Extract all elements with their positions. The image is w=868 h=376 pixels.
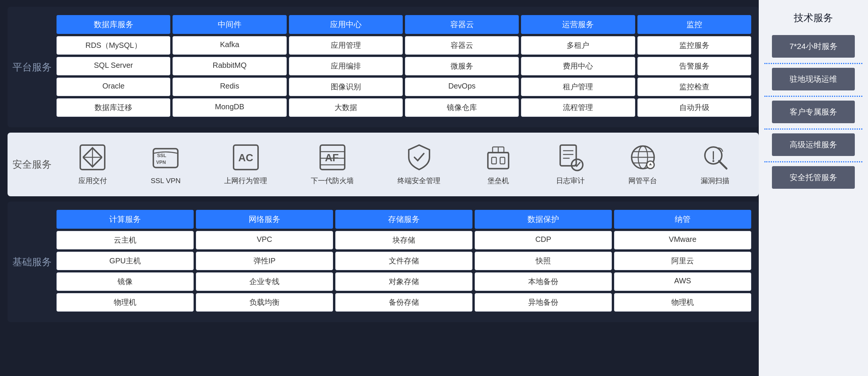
network-mgmt-icon (629, 143, 657, 171)
security-item-label-2: 上网行为管理 (224, 176, 267, 186)
security-item-3: AF 下一代防火墙 (311, 143, 354, 186)
base-cell-0-2: 块存储 (335, 231, 472, 249)
platform-cell-2-4: 租户管理 (521, 78, 635, 96)
base-cell-2-2: 对象存储 (335, 272, 472, 291)
base-cell-2-1: 企业专线 (196, 272, 333, 291)
base-cell-3-1: 负载均衡 (196, 293, 333, 312)
base-cell-2-4: AWS (614, 272, 751, 291)
base-section: 基础服务 计算服务 网络服务 存储服务 数据保护 纳管 云主机VPC块存储CDP… (8, 202, 759, 322)
svg-rect-15 (500, 157, 505, 164)
security-item-label-8: 漏洞扫描 (701, 176, 729, 186)
base-header-4: 纳管 (614, 210, 751, 229)
base-cell-3-0: 物理机 (57, 293, 194, 312)
vuln-scan-icon (701, 143, 729, 171)
platform-cell-3-0: 数据库迁移 (57, 98, 170, 117)
platform-cell-0-1: Kafka (173, 36, 286, 55)
platform-header-2: 应用中心 (289, 15, 403, 34)
base-header-2: 存储服务 (335, 210, 472, 229)
platform-cell-0-5: 监控服务 (637, 36, 751, 55)
base-cell-1-2: 文件存储 (335, 252, 472, 270)
base-label: 基础服务 (11, 255, 53, 269)
svg-text:AC: AC (238, 152, 253, 164)
platform-cell-1-4: 费用中心 (521, 57, 635, 75)
platform-cell-1-1: RabbitMQ (173, 57, 286, 75)
platform-cell-2-2: 图像识别 (289, 78, 403, 96)
base-cell-1-4: 阿里云 (614, 252, 751, 270)
security-item-label-7: 网管平台 (628, 176, 657, 186)
platform-header-4: 运营服务 (521, 15, 635, 34)
firewall-icon: AF (318, 143, 347, 171)
platform-cell-1-0: SQL Server (57, 57, 170, 75)
svg-text:VPN: VPN (156, 160, 166, 165)
base-cell-2-3: 本地备份 (475, 272, 612, 291)
svg-line-31 (719, 161, 726, 169)
platform-cell-3-2: 大数据 (289, 98, 403, 117)
svg-rect-14 (492, 157, 497, 164)
tech-service-item-4: 安全托管服务 (772, 166, 855, 189)
base-cell-3-2: 备份存储 (335, 293, 472, 312)
app-delivery-icon (78, 143, 107, 171)
ac-icon: AC (232, 143, 260, 171)
base-header-1: 网络服务 (196, 210, 333, 229)
platform-cell-3-3: 镜像仓库 (405, 98, 519, 117)
platform-cell-1-5: 告警服务 (637, 57, 751, 75)
platform-header-5: 监控 (637, 15, 751, 34)
security-item-8: 漏洞扫描 (701, 143, 729, 186)
platform-cell-0-0: RDS（MySQL） (57, 36, 170, 55)
platform-label: 平台服务 (11, 61, 53, 74)
tech-service-item-1: 驻地现场运维 (772, 68, 855, 90)
platform-cell-1-2: 应用编排 (289, 57, 403, 75)
platform-cell-0-2: 应用管理 (289, 36, 403, 55)
base-cell-2-0: 镜像 (57, 272, 194, 291)
svg-rect-19 (560, 145, 576, 166)
platform-cell-3-1: MongDB (173, 98, 286, 117)
security-item-label-6: 日志审计 (556, 176, 585, 186)
base-cell-1-3: 快照 (475, 252, 612, 270)
security-item-label-1: SSL VPN (151, 177, 181, 185)
base-header-0: 计算服务 (57, 210, 194, 229)
security-item-5: 堡垒机 (484, 143, 512, 186)
platform-cell-2-3: DevOps (405, 78, 519, 96)
platform-cell-2-5: 监控检查 (637, 78, 751, 96)
svg-text:SSL: SSL (157, 153, 167, 158)
tech-service-title: 技术服务 (794, 11, 833, 24)
base-cell-1-0: GPU主机 (57, 252, 194, 270)
platform-cell-3-5: 自动升级 (637, 98, 751, 117)
base-cell-1-1: 弹性IP (196, 252, 333, 270)
security-item-label-0: 应用交付 (78, 176, 107, 186)
svg-text:AF: AF (325, 152, 339, 164)
platform-cell-3-4: 流程管理 (521, 98, 635, 117)
tech-service-item-3: 高级运维服务 (772, 133, 855, 156)
platform-cell-2-1: Redis (173, 78, 286, 96)
base-cell-0-4: VMware (614, 231, 751, 249)
right-sidebar: 技术服务 7*24小时服务 驻地现场运维 客户专属服务 高级运维服务 安全托管服… (759, 0, 868, 376)
base-cell-0-1: VPC (196, 231, 333, 249)
security-item-0: 应用交付 (78, 143, 107, 186)
endpoint-icon (405, 143, 433, 171)
base-cell-3-4: 物理机 (614, 293, 751, 312)
platform-header-0: 数据库服务 (57, 15, 170, 34)
platform-cell-0-4: 多租户 (521, 36, 635, 55)
platform-cell-0-3: 容器云 (405, 36, 519, 55)
base-cell-0-3: CDP (475, 231, 612, 249)
security-item-label-4: 终端安全管理 (397, 176, 440, 186)
platform-section: 平台服务 数据库服务 中间件 应用中心 容器云 运营服务 监控 RDS（MySQ… (8, 7, 759, 127)
svg-rect-13 (488, 153, 509, 169)
platform-header-3: 容器云 (405, 15, 519, 34)
svg-point-29 (646, 161, 654, 169)
security-item-1: SSL VPN SSL VPN (151, 144, 181, 185)
security-item-label-5: 堡垒机 (487, 176, 509, 186)
platform-header-1: 中间件 (173, 15, 286, 34)
tech-service-item-2: 客户专属服务 (772, 101, 855, 123)
security-section: 安全服务 应用交付 SSL VPN SSL VPN AC 上网行为管理 AF 下… (8, 133, 759, 196)
log-audit-icon (556, 143, 585, 171)
security-item-7: 网管平台 (628, 143, 657, 186)
security-item-2: AC 上网行为管理 (224, 143, 267, 186)
platform-cell-2-0: Oracle (57, 78, 170, 96)
ssl-vpn-icon: SSL VPN (151, 144, 180, 172)
security-label: 安全服务 (11, 158, 53, 171)
base-cell-0-0: 云主机 (57, 231, 194, 249)
bastion-icon (484, 143, 512, 171)
security-item-4: 终端安全管理 (397, 143, 440, 186)
svg-point-33 (712, 160, 714, 162)
